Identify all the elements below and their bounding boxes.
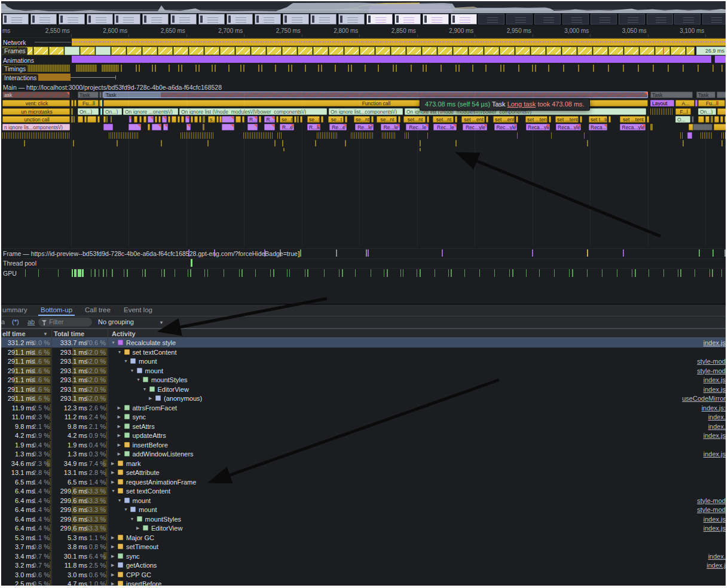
filmstrip-thumbnail[interactable] bbox=[478, 14, 504, 25]
filmstrip-thumbnail[interactable] bbox=[255, 14, 281, 25]
flame-bar[interactable]: se...nt bbox=[354, 116, 370, 123]
flame-bar[interactable]: se...nt bbox=[377, 116, 397, 123]
source-link[interactable]: index.js bbox=[703, 516, 726, 523]
tab-ummary[interactable]: ummary bbox=[2, 306, 27, 313]
flame-bar[interactable] bbox=[420, 140, 421, 147]
source-link[interactable]: index.js bbox=[703, 525, 726, 532]
table-row[interactable]: 291.1 ms61.6 %293.1 ms62.0 %▼mountstyle-… bbox=[1, 366, 726, 376]
flame-bar[interactable]: un microtasks bbox=[2, 108, 70, 115]
frame-track-title[interactable]: Frame — https://id-preview--bd53fd9d-728… bbox=[3, 250, 299, 257]
flame-bar[interactable] bbox=[294, 116, 296, 123]
flame-bar[interactable] bbox=[259, 116, 261, 123]
filmstrip-thumbnail[interactable] bbox=[423, 14, 449, 25]
frame-cell[interactable] bbox=[96, 47, 111, 55]
flame-bar[interactable]: Layout bbox=[650, 100, 674, 106]
frame-cell[interactable] bbox=[251, 47, 266, 55]
flame-bar[interactable]: Rec...le bbox=[433, 124, 457, 130]
tree-toggle[interactable]: ▶ bbox=[118, 443, 121, 447]
flame-bar[interactable] bbox=[427, 116, 429, 123]
flame-bar[interactable] bbox=[420, 148, 421, 151]
frame-cell[interactable] bbox=[282, 47, 297, 55]
network-track-bar[interactable] bbox=[72, 38, 726, 46]
activity-label[interactable]: insertBefore bbox=[133, 441, 168, 449]
table-row[interactable]: 331.2 ms70.0 %333.7 ms70.6 %▼Recalculate… bbox=[1, 338, 726, 348]
source-link[interactable]: index.js bbox=[703, 432, 726, 439]
table-row[interactable]: 3.2 ms0.7 %11.8 ms2.5 %▶getActionsindex.… bbox=[1, 560, 726, 570]
flame-bar[interactable]: ask bbox=[2, 92, 70, 98]
frame-cell[interactable] bbox=[406, 47, 421, 55]
flame-bar[interactable] bbox=[243, 132, 274, 139]
table-row[interactable]: 6.5 ms1.4 %6.5 ms1.4 %▶requestAnimationF… bbox=[1, 477, 726, 487]
frame-cell[interactable] bbox=[453, 47, 468, 55]
activity-label[interactable]: insertBefore bbox=[126, 580, 161, 586]
tree-toggle[interactable]: ▶ bbox=[111, 480, 114, 485]
filmstrip-thumbnail[interactable] bbox=[534, 14, 561, 25]
activity-label[interactable]: set textContent bbox=[133, 349, 177, 356]
frame-cell[interactable] bbox=[500, 47, 515, 55]
flame-bar[interactable] bbox=[455, 116, 457, 123]
filmstrip-thumbnail[interactable] bbox=[451, 14, 477, 25]
tree-toggle[interactable]: ▼ bbox=[111, 340, 115, 345]
table-row[interactable]: 1.9 ms0.4 %1.9 ms0.4 %▶insertBefore bbox=[1, 440, 726, 450]
activity-label[interactable]: mount bbox=[145, 367, 164, 374]
filmstrip-thumbnail[interactable] bbox=[647, 14, 673, 25]
frame-cell[interactable] bbox=[624, 47, 639, 55]
flame-bar[interactable] bbox=[191, 116, 193, 123]
activity-label[interactable]: mount bbox=[139, 506, 157, 513]
flame-bar[interactable] bbox=[109, 132, 139, 139]
frame-cell[interactable] bbox=[158, 47, 173, 55]
frame-cell[interactable] bbox=[189, 47, 204, 55]
flame-bar[interactable] bbox=[172, 116, 176, 123]
tree-toggle[interactable]: ▼ bbox=[124, 359, 128, 363]
flame-bar[interactable] bbox=[161, 140, 162, 147]
frame-cell[interactable] bbox=[422, 47, 437, 55]
flame-bar[interactable]: On...) bbox=[103, 108, 122, 115]
activity-label[interactable]: Recalculate style bbox=[126, 339, 176, 346]
source-link[interactable]: index.js bbox=[703, 386, 726, 393]
flame-bar[interactable] bbox=[235, 116, 241, 123]
flame-bar[interactable]: Fu...ll bbox=[78, 100, 99, 106]
flame-bar[interactable] bbox=[551, 132, 553, 139]
grouping-select[interactable]: No grouping bbox=[98, 318, 134, 325]
frame-cell[interactable] bbox=[65, 47, 79, 55]
activity-label[interactable]: updateAttrs bbox=[133, 432, 166, 439]
frame-cell[interactable] bbox=[235, 47, 250, 55]
filmstrip-thumbnail[interactable] bbox=[30, 14, 57, 25]
flame-bar[interactable] bbox=[111, 116, 112, 123]
filmstrip-thumbnail[interactable] bbox=[59, 14, 85, 25]
tree-toggle[interactable]: ▼ bbox=[118, 350, 122, 354]
filmstrip-thumbnail[interactable] bbox=[338, 14, 365, 25]
flame-bar[interactable] bbox=[549, 116, 551, 123]
flame-bar[interactable] bbox=[78, 116, 83, 123]
flame-bar[interactable] bbox=[587, 140, 588, 147]
source-link[interactable]: index. bbox=[708, 553, 726, 560]
frame-cell[interactable] bbox=[391, 47, 406, 55]
activity-label[interactable]: sync bbox=[126, 553, 140, 560]
frame-cell[interactable] bbox=[298, 47, 313, 55]
flame-bar[interactable] bbox=[277, 132, 282, 139]
flame-bar[interactable]: O... bbox=[675, 116, 690, 123]
frame-cell[interactable] bbox=[686, 47, 695, 55]
flame-bar[interactable] bbox=[207, 140, 209, 147]
flame-bar[interactable] bbox=[717, 108, 726, 115]
flame-bar[interactable] bbox=[168, 116, 170, 123]
flame-bar[interactable] bbox=[106, 116, 108, 123]
flame-bar[interactable] bbox=[71, 100, 74, 106]
frame-cell[interactable] bbox=[484, 47, 499, 55]
flame-bar[interactable]: Re...le bbox=[381, 124, 400, 130]
flame-bar[interactable] bbox=[152, 124, 161, 130]
flame-bar[interactable] bbox=[2, 132, 69, 139]
table-row[interactable]: 6.4 ms1.4 %299.6 ms63.3 %▶EditorViewinde… bbox=[1, 523, 726, 533]
total-time-column-header[interactable]: Total time bbox=[54, 330, 84, 337]
flame-bar[interactable] bbox=[580, 116, 582, 123]
filmstrip-thumbnail[interactable] bbox=[310, 14, 337, 25]
flame-bar[interactable]: set...nt bbox=[403, 116, 426, 123]
flame-bar[interactable] bbox=[724, 116, 726, 123]
flame-bar[interactable] bbox=[315, 140, 316, 147]
filmstrip-thumbnail[interactable] bbox=[2, 14, 29, 25]
flame-bar[interactable]: Rec...yle bbox=[494, 124, 517, 130]
flame-bar[interactable] bbox=[143, 116, 146, 123]
flame-bar[interactable]: set ...ent bbox=[461, 116, 485, 123]
flame-bar[interactable] bbox=[721, 140, 723, 147]
filmstrip-thumbnail[interactable] bbox=[674, 14, 701, 25]
